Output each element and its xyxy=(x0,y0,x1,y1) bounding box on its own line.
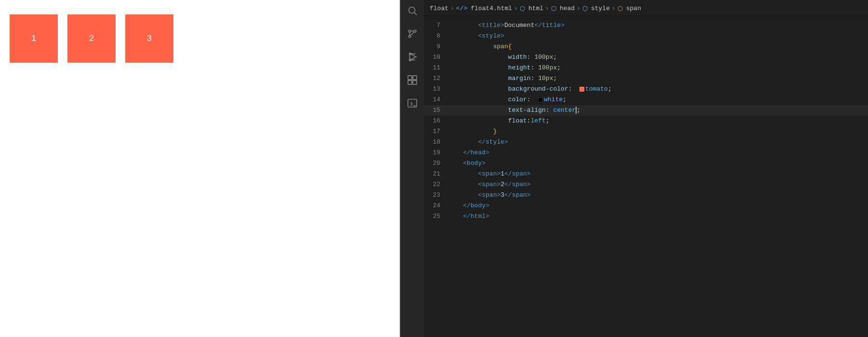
line-number-23: 23 xyxy=(424,190,448,201)
terminal-icon[interactable] xyxy=(406,96,419,110)
code-line-18: 18 </style> xyxy=(424,137,868,148)
svg-point-2 xyxy=(408,35,411,38)
line-number-19: 19 xyxy=(424,148,448,158)
debug-icon[interactable] xyxy=(406,50,419,64)
line-number-17: 17 xyxy=(424,126,448,137)
code-line-12: 12 margin: 10px; xyxy=(424,73,868,84)
breadcrumb-sep-3: › xyxy=(545,5,549,12)
breadcrumb-icon-5: ⬡ xyxy=(618,5,623,13)
breadcrumb-sep-5: › xyxy=(612,5,616,12)
svg-point-3 xyxy=(414,30,416,32)
svg-rect-14 xyxy=(413,81,417,84)
code-line-11: 11 height: 100px; xyxy=(424,63,868,73)
line-content-17: } xyxy=(448,126,858,137)
preview-content: 1 2 3 xyxy=(0,0,400,19)
line-number-11: 11 xyxy=(424,63,448,73)
code-line-15: 15 text-align: center; xyxy=(424,105,868,116)
code-line-20: 20 <body> xyxy=(424,158,868,169)
code-line-10: 10 width: 100px; xyxy=(424,52,868,63)
search-icon[interactable] xyxy=(406,4,419,17)
code-line-14: 14 color: white; xyxy=(424,94,868,105)
breadcrumb-sep-2: › xyxy=(514,5,518,12)
line-content-13: background-color: tomato; xyxy=(448,84,858,94)
svg-point-0 xyxy=(409,7,415,13)
line-content-25: </html> xyxy=(448,211,858,222)
line-number-24: 24 xyxy=(424,201,448,211)
breadcrumb-sep-1: › xyxy=(450,5,454,12)
svg-line-1 xyxy=(414,13,417,15)
line-number-21: 21 xyxy=(424,169,448,179)
line-content-22: <span>2</span> xyxy=(448,179,858,190)
code-lines[interactable]: 7 <title>Document</title> 8 <style> 9 sp… xyxy=(424,17,868,337)
line-content-18: </style> xyxy=(448,137,858,148)
line-number-7: 7 xyxy=(424,20,448,31)
editor-area: float › </> float4.html › ⬡ html › ⬡ hea… xyxy=(401,0,868,337)
breadcrumb-sep-4: › xyxy=(577,5,580,12)
activity-bar xyxy=(401,0,424,337)
code-line-25: 25 </html> xyxy=(424,211,868,222)
line-number-14: 14 xyxy=(424,94,448,105)
source-control-icon[interactable] xyxy=(406,27,419,40)
line-content-14: color: white; xyxy=(448,94,858,105)
line-content-11: height: 100px; xyxy=(448,63,858,73)
line-content-12: margin: 10px; xyxy=(448,73,858,84)
line-content-21: <span>1</span> xyxy=(448,169,858,179)
breadcrumb-span: span xyxy=(626,5,641,12)
line-content-20: <body> xyxy=(448,158,858,169)
line-content-24: </body> xyxy=(448,201,858,211)
code-line-17: 17 } xyxy=(424,126,868,137)
breadcrumb-file: float4.html xyxy=(471,5,512,12)
breadcrumb-icon-2: ⬡ xyxy=(520,5,525,13)
line-content-9: span{ xyxy=(448,41,858,52)
preview-pane: 1 2 3 xyxy=(0,0,400,337)
line-content-7: <title>Document</title> xyxy=(448,20,858,31)
line-number-10: 10 xyxy=(424,52,448,63)
box-3: 3 xyxy=(125,14,173,63)
svg-point-4 xyxy=(408,30,411,32)
code-editor: float › </> float4.html › ⬡ html › ⬡ hea… xyxy=(424,0,868,337)
line-number-8: 8 xyxy=(424,31,448,41)
code-line-23: 23 <span>3</span> xyxy=(424,190,868,201)
code-line-16: 16 float:left; xyxy=(424,116,868,126)
line-number-9: 9 xyxy=(424,41,448,52)
box-1: 1 xyxy=(10,14,58,63)
code-line-13: 13 background-color: tomato; xyxy=(424,84,868,94)
code-line-24: 24 </body> xyxy=(424,201,868,211)
breadcrumb: float › </> float4.html › ⬡ html › ⬡ hea… xyxy=(424,0,868,17)
line-content-15: text-align: center; xyxy=(448,105,858,116)
line-number-15: 15 xyxy=(424,105,448,116)
code-line-7: 7 <title>Document</title> xyxy=(424,20,868,31)
line-content-8: <style> xyxy=(448,31,858,41)
svg-rect-13 xyxy=(408,81,412,84)
line-content-16: float:left; xyxy=(448,116,858,126)
line-content-19: </head> xyxy=(448,148,858,158)
line-content-10: width: 100px; xyxy=(448,52,858,63)
svg-rect-12 xyxy=(413,76,417,80)
line-number-12: 12 xyxy=(424,73,448,84)
breadcrumb-icon-4: ⬡ xyxy=(582,5,588,13)
breadcrumb-head: head xyxy=(560,5,575,12)
breadcrumb-style: style xyxy=(591,5,610,12)
line-number-20: 20 xyxy=(424,158,448,169)
line-number-25: 25 xyxy=(424,211,448,222)
line-content-23: <span>3</span> xyxy=(448,190,858,201)
code-line-21: 21 <span>1</span> xyxy=(424,169,868,179)
code-line-8: 8 <style> xyxy=(424,31,868,41)
extensions-icon[interactable] xyxy=(406,73,419,87)
box-2: 2 xyxy=(67,14,116,63)
breadcrumb-icon-3: ⬡ xyxy=(551,5,556,13)
code-line-22: 22 <span>2</span> xyxy=(424,179,868,190)
code-line-9: 9 span{ xyxy=(424,41,868,52)
breadcrumb-icon-1: </> xyxy=(456,5,467,12)
line-number-18: 18 xyxy=(424,137,448,148)
line-number-16: 16 xyxy=(424,116,448,126)
code-line-19: 19 </head> xyxy=(424,148,868,158)
svg-rect-11 xyxy=(408,76,412,80)
line-number-13: 13 xyxy=(424,84,448,94)
breadcrumb-html: html xyxy=(528,5,543,12)
line-number-22: 22 xyxy=(424,179,448,190)
breadcrumb-folder: float xyxy=(430,5,448,12)
